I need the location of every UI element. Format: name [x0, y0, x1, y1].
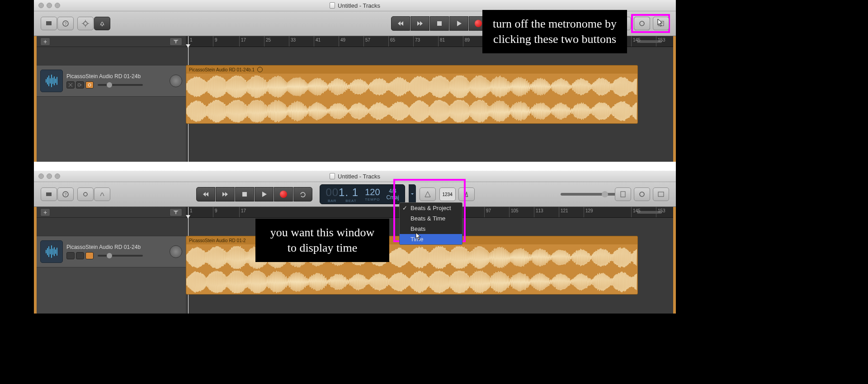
lcd-sig[interactable]: 4/4	[387, 188, 399, 194]
track-filter-button[interactable]	[170, 208, 182, 216]
volume-slider[interactable]	[98, 255, 143, 257]
forward-button[interactable]	[410, 16, 429, 31]
rewind-button[interactable]	[196, 187, 215, 201]
metronome-button[interactable]	[458, 187, 475, 201]
ruler-mark: 25	[264, 36, 271, 47]
track-row[interactable]: PicassoStein Audio RD 01-24b	[37, 65, 186, 97]
library-button[interactable]	[41, 187, 57, 201]
lcd-position: 1. 1	[339, 186, 359, 198]
svg-point-4	[84, 22, 87, 25]
loop-browser-button[interactable]	[634, 187, 650, 201]
svg-point-13	[660, 23, 661, 24]
stop-button[interactable]	[235, 187, 254, 201]
editors-button[interactable]	[94, 187, 110, 201]
rewind-button[interactable]	[391, 16, 410, 31]
ruler-mark: 89	[463, 36, 470, 47]
menu-item-beats[interactable]: Beats	[400, 224, 462, 234]
loop-browser-button[interactable]	[634, 17, 650, 30]
lcd-tempo-label: TEMPO	[365, 197, 380, 201]
cycle-button[interactable]	[293, 187, 312, 201]
smart-controls-button[interactable]	[77, 187, 94, 201]
track-row[interactable]: PicassoStein Audio RD 01-24b	[37, 236, 186, 267]
count-in-button[interactable]: 1234	[439, 187, 456, 201]
track-name: PicassoStein Audio RD 01-24b	[66, 73, 166, 80]
tuner-button[interactable]	[420, 187, 436, 201]
svg-rect-9	[437, 21, 442, 26]
zoom-slider[interactable]	[561, 193, 624, 196]
svg-text:?: ?	[64, 21, 66, 26]
ruler-mark: 1	[188, 36, 193, 47]
mute-button[interactable]	[66, 252, 75, 259]
solo-button[interactable]	[76, 252, 84, 259]
record-button[interactable]	[274, 187, 293, 201]
screenshot-1: Untitled - Tracks ? 001. 1BARBEAT 120TEM…	[34, 0, 676, 162]
loop-icon	[257, 67, 263, 72]
pan-knob[interactable]	[170, 245, 182, 258]
audio-region[interactable]: PicassoStein Audio RD 01-24b.1	[186, 65, 638, 124]
document-icon	[330, 173, 335, 179]
menu-item-beats-time[interactable]: Beats & Time	[400, 213, 462, 224]
close-window-button[interactable]	[38, 3, 44, 8]
ruler-mark: 65	[388, 36, 395, 47]
lcd-tempo[interactable]: 120	[365, 187, 380, 197]
maximize-window-button[interactable]	[55, 173, 60, 179]
editors-button[interactable]	[94, 17, 110, 30]
ruler-mark: 41	[314, 36, 321, 47]
media-browser-button[interactable]	[653, 17, 669, 30]
help-button[interactable]: ?	[57, 17, 74, 30]
maximize-window-button[interactable]	[55, 3, 60, 8]
waveform-left	[186, 246, 637, 269]
screenshot-2: Untitled - Tracks ? 001. 1BARBEAT 120TEM…	[34, 171, 676, 314]
ruler-mark: 129	[584, 207, 593, 217]
library-button[interactable]	[41, 17, 57, 30]
solo-button[interactable]	[76, 81, 84, 89]
close-window-button[interactable]	[38, 173, 44, 179]
lcd-bar-label: BAR	[328, 199, 336, 203]
menu-item-time[interactable]: Time	[400, 234, 462, 244]
add-track-button[interactable]: +	[40, 208, 50, 216]
ruler-mark: 145	[631, 207, 641, 217]
annotation-2: you want this window to display time	[255, 219, 389, 262]
clip-name: PicassoStein Audio RD 01-24b.1	[189, 67, 255, 72]
track-area: + PicassoStein Audio RD 01-24b	[34, 36, 676, 162]
media-browser-button[interactable]	[653, 187, 669, 201]
input-monitor-button[interactable]	[85, 81, 94, 89]
ruler-mark: 33	[289, 36, 296, 47]
window-title: Untitled - Tracks	[330, 2, 380, 9]
lcd-key[interactable]: Cmaj	[387, 194, 399, 201]
minimize-window-button[interactable]	[47, 173, 52, 179]
menu-item-beats-project[interactable]: Beats & Project	[400, 203, 462, 213]
minimize-window-button[interactable]	[47, 3, 52, 8]
track-filter-button[interactable]	[170, 37, 182, 46]
lcd-mode-dropdown[interactable]	[409, 184, 416, 204]
lcd-display[interactable]: 001. 1BARBEAT 120TEMPO 4/4Cmaj	[320, 184, 405, 204]
waveform-left	[186, 75, 637, 98]
mute-button[interactable]	[66, 81, 75, 89]
help-button[interactable]: ?	[57, 187, 74, 201]
ruler-mark: 153	[656, 36, 665, 47]
edge-right	[673, 36, 676, 162]
stop-button[interactable]	[430, 16, 449, 31]
timeline[interactable]: 1917253341495765738189145153 PicassoStei…	[186, 36, 673, 162]
track-type-icon	[40, 240, 63, 263]
svg-rect-19	[242, 192, 247, 197]
add-track-button[interactable]: +	[40, 37, 50, 46]
input-monitor-button[interactable]	[85, 252, 94, 259]
ruler-mark: 121	[559, 207, 568, 217]
svg-rect-15	[46, 192, 52, 196]
ruler-mark: 9	[213, 36, 217, 47]
smart-controls-button[interactable]	[77, 17, 94, 30]
track-type-icon	[40, 70, 63, 92]
ruler-mark: 1	[188, 207, 193, 217]
ruler-mark: 17	[239, 207, 246, 217]
notepad-button[interactable]	[615, 187, 631, 201]
ruler-mark: 105	[509, 207, 519, 217]
forward-button[interactable]	[216, 187, 235, 201]
ruler-mark: 81	[438, 36, 445, 47]
play-button[interactable]	[449, 16, 468, 31]
pan-knob[interactable]	[170, 75, 182, 87]
volume-slider[interactable]	[98, 84, 143, 86]
svg-point-14	[88, 84, 91, 86]
play-button[interactable]	[255, 187, 274, 201]
track-panel: + PicassoStein Audio RD 01-24b	[37, 36, 186, 162]
